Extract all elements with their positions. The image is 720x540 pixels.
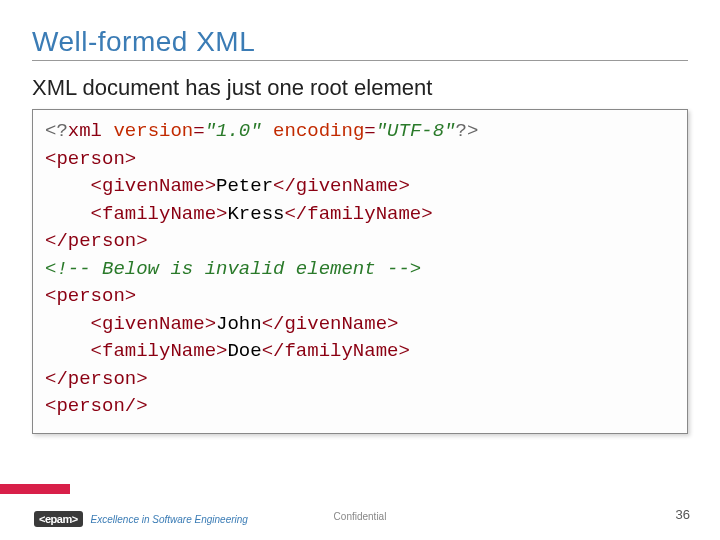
code-line: <person>	[45, 146, 675, 174]
code-line: <?xml version="1.0" encoding="UTF-8"?>	[45, 118, 675, 146]
logo-badge: <epam>	[34, 511, 83, 527]
code-line: <givenName>John</givenName>	[45, 311, 675, 339]
code-line: <!-- Below is invalid element -->	[45, 256, 675, 284]
footer: <epam> Excellence in Software Engineerin…	[0, 488, 720, 530]
slide-title: Well-formed XML	[32, 26, 688, 58]
code-block: <?xml version="1.0" encoding="UTF-8"?><p…	[32, 109, 688, 434]
slide-container: Well-formed XML XML document has just on…	[0, 0, 720, 540]
code-line: </person>	[45, 228, 675, 256]
code-line: <person/>	[45, 393, 675, 421]
code-line: <familyName>Doe</familyName>	[45, 338, 675, 366]
logo-wrap: <epam> Excellence in Software Engineerin…	[34, 511, 248, 527]
code-line: <givenName>Peter</givenName>	[45, 173, 675, 201]
footer-tagline: Excellence in Software Engineering	[91, 514, 248, 525]
code-line: <familyName>Kress</familyName>	[45, 201, 675, 229]
footer-confidential: Confidential	[334, 511, 387, 522]
title-rule	[32, 60, 688, 61]
accent-bar	[0, 484, 70, 494]
page-number: 36	[676, 507, 690, 522]
slide-subtitle: XML document has just one root element	[32, 75, 688, 101]
code-line: <person>	[45, 283, 675, 311]
code-line: </person>	[45, 366, 675, 394]
